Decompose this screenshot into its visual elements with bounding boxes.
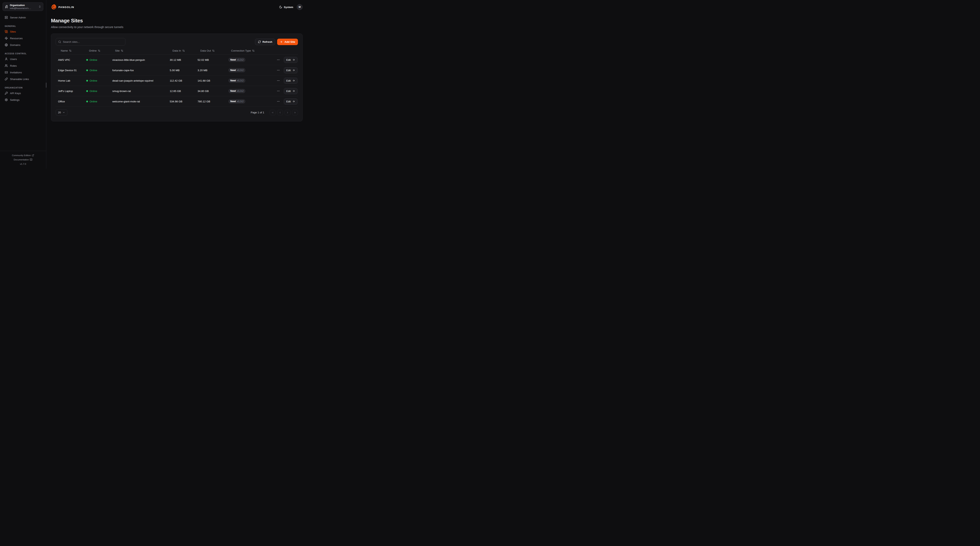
sort-icon [69, 49, 72, 52]
sidebar-item-roles[interactable]: Roles [3, 62, 43, 69]
external-link-icon [32, 154, 34, 156]
next-page-button[interactable] [285, 110, 291, 115]
sidebar-item-label: Settings [10, 99, 20, 101]
sidebar-item-api-keys[interactable]: API Keys [3, 90, 43, 96]
sidebar-item-resources[interactable]: Resources [3, 35, 43, 42]
site-slug-cell: smug-brown-rat [110, 89, 167, 93]
column-header-data-in[interactable]: Data In [167, 49, 195, 54]
first-page-button[interactable] [270, 110, 275, 115]
column-header-connection-type[interactable]: Connection Type [226, 49, 274, 54]
connection-type-badge: Newt v1.3.2 [228, 99, 245, 104]
last-page-button[interactable] [292, 110, 298, 115]
sidebar-item-domains[interactable]: Domains [3, 42, 43, 48]
key-icon [5, 92, 8, 95]
online-dot-icon [86, 80, 88, 81]
book-open-icon [30, 158, 32, 161]
row-menu-button[interactable] [276, 57, 281, 62]
org-selector-title: Organization [10, 4, 38, 7]
sidebar-footer: Community Edition Documentation v1.7.0 [0, 151, 46, 169]
column-header-site[interactable]: Site [110, 49, 167, 54]
sidebar-item-invitations[interactable]: Invitations [3, 69, 43, 76]
data-out-cell: 780.12 GB [195, 100, 226, 103]
org-selector[interactable]: Organization milo@fossorial.io's ... [3, 2, 43, 11]
online-status: Online [89, 79, 97, 82]
community-edition-link[interactable]: Community Edition [2, 153, 45, 158]
chevron-left-icon [279, 111, 282, 114]
edit-button[interactable]: Edit [284, 78, 298, 84]
chevrons-left-icon [271, 111, 274, 114]
online-status: Online [89, 89, 97, 93]
edit-button[interactable]: Edit [284, 67, 298, 73]
site-name: Jeff's Laptop [58, 89, 73, 93]
edit-label: Edit [286, 69, 291, 72]
main-area: PANGOLIN System M Manage Sites Allow con… [46, 0, 307, 169]
connection-type-badge: Newt v1.3.2 [228, 57, 245, 62]
edit-label: Edit [286, 100, 291, 103]
row-menu-button[interactable] [276, 89, 281, 93]
online-status: Online [89, 58, 97, 61]
column-header-data-out[interactable]: Data Out [195, 49, 226, 54]
chevrons-up-down-icon [38, 5, 41, 8]
edit-button[interactable]: Edit [284, 88, 298, 94]
search-input[interactable] [63, 40, 123, 43]
edit-button[interactable]: Edit [284, 99, 298, 105]
sidebar-item-label: Invitations [10, 71, 22, 74]
row-actions-cell: Edit [274, 67, 298, 73]
plus-icon [280, 40, 283, 43]
row-actions-cell: Edit [274, 99, 298, 105]
add-site-label: Add Site [285, 40, 295, 43]
sidebar-item-users[interactable]: Users [3, 56, 43, 62]
site-name-cell: Office [56, 100, 84, 103]
sidebar-nav: Server Admin GENERAL Sites Resources Dom [0, 11, 46, 103]
site-slug-cell: vivacious-little-blue-penguin [110, 58, 167, 61]
site-slug: smug-brown-rat [112, 89, 131, 93]
sidebar-item-settings[interactable]: Settings [3, 96, 43, 103]
chevron-right-icon [286, 111, 289, 114]
data-out-cell: 3.20 MB [195, 69, 226, 72]
data-out-value: 780.12 GB [197, 100, 210, 103]
sites-card: Refresh Add Site Name [51, 34, 302, 121]
documentation-link[interactable]: Documentation [2, 158, 45, 162]
sidebar-item-label: Users [10, 57, 17, 61]
data-in-cell: 112.42 GB [167, 79, 195, 82]
documentation-label: Documentation [14, 158, 29, 162]
server-icon [5, 16, 8, 19]
site-online-cell: Online [84, 100, 110, 103]
arrow-right-icon [292, 100, 295, 103]
table-row: Home Lab Online dead-san-joaquin-antelop… [56, 75, 298, 86]
sidebar-item-server-admin[interactable]: Server Admin [3, 14, 43, 21]
connection-type-cell: Newt v1.3.2 [226, 89, 274, 93]
prev-page-button[interactable] [277, 110, 283, 115]
app-version: v1.7.0 [2, 162, 45, 166]
page-subtitle: Allow connectivity to your network throu… [51, 26, 302, 29]
row-menu-button[interactable] [276, 78, 281, 83]
page-size-select[interactable]: 20 [56, 109, 67, 115]
sidebar-item-shareable-links[interactable]: Shareable Links [3, 76, 43, 82]
community-edition-label: Community Edition [12, 153, 31, 158]
sidebar-resize-handle[interactable] [46, 83, 46, 88]
add-site-button[interactable]: Add Site [277, 38, 298, 45]
users-icon [5, 64, 8, 67]
site-slug: vivacious-little-blue-penguin [112, 58, 145, 61]
row-actions-cell: Edit [274, 88, 298, 94]
user-icon [5, 57, 8, 61]
refresh-button[interactable]: Refresh [255, 38, 275, 45]
column-header-online[interactable]: Online [84, 49, 110, 54]
site-name-cell: Edge Device 01 [56, 69, 84, 72]
online-dot-icon [86, 101, 88, 102]
column-header-name[interactable]: Name [56, 49, 84, 54]
edit-button[interactable]: Edit [284, 57, 298, 63]
connection-type-name: Newt [230, 69, 236, 72]
row-menu-button[interactable] [276, 99, 281, 104]
data-in-value: 12.65 GB [170, 89, 181, 93]
avatar[interactable]: M [297, 4, 302, 10]
pangolin-logo-icon [51, 4, 57, 10]
connection-type-name: Newt [230, 89, 236, 93]
theme-toggle[interactable]: System [279, 5, 293, 9]
sidebar-item-sites[interactable]: Sites [3, 28, 43, 35]
online-dot-icon [86, 69, 88, 71]
row-menu-button[interactable] [276, 68, 281, 73]
arrow-right-icon [292, 58, 295, 61]
chevrons-right-icon [294, 111, 296, 114]
site-name: AWS VPC [58, 58, 70, 61]
